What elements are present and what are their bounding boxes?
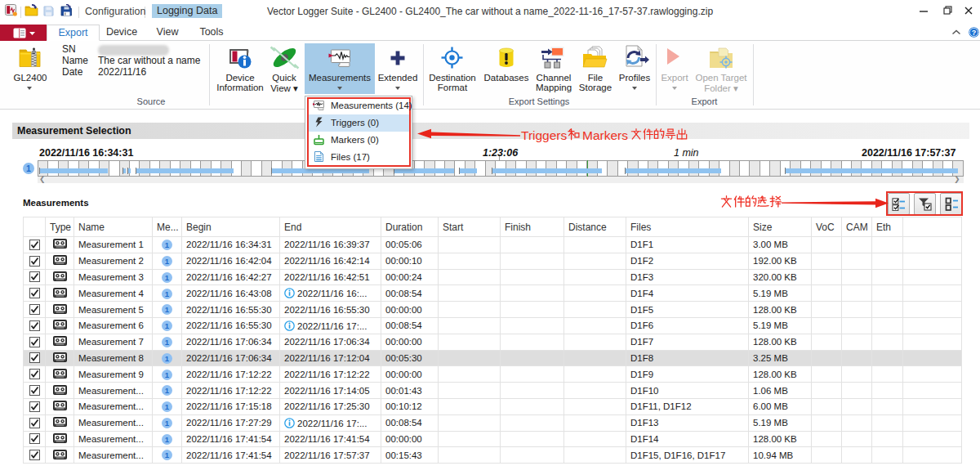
svg-text:?: ? bbox=[972, 29, 977, 37]
